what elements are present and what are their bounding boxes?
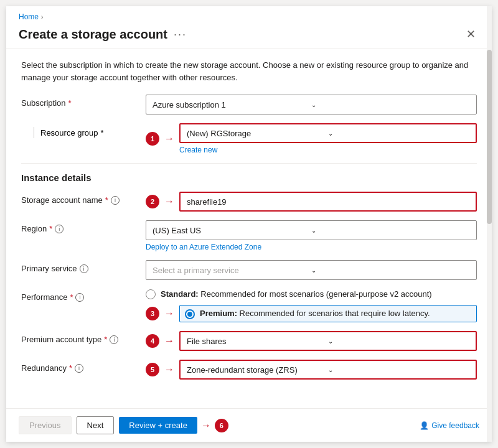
subscription-field-row: Subscription * Azure subscription 1 ⌄ — [21, 95, 477, 114]
panel-header: Create a storage account ··· ✕ — [6, 24, 492, 49]
redundancy-label: Redundancy * i — [21, 360, 146, 373]
region-dropdown[interactable]: (US) East US ⌄ — [146, 220, 477, 240]
storage-account-name-field-row: Storage account name * i 2 → — [21, 192, 477, 212]
performance-control: Standard: Recommended for most scenarios… — [146, 289, 477, 322]
feedback-link[interactable]: 👤 Give feedback — [420, 421, 479, 430]
badge-6: 6 — [215, 419, 228, 432]
close-button[interactable]: ✕ — [463, 26, 479, 42]
performance-label: Performance * i — [21, 289, 146, 302]
create-storage-panel: Home › Create a storage account ··· ✕ Se… — [6, 6, 492, 442]
next-button[interactable]: Next — [77, 416, 115, 434]
create-new-link[interactable]: Create new — [179, 146, 217, 154]
panel-menu-button[interactable]: ··· — [174, 28, 187, 41]
premium-account-type-required: * — [104, 335, 107, 344]
redundancy-required: * — [69, 363, 72, 373]
resource-group-field-row: Resource group * 1 → (New) RGStorage ⌄ C… — [21, 123, 477, 154]
redundancy-dropdown[interactable]: Zone-redundant storage (ZRS) ⌄ — [179, 360, 477, 380]
region-chevron-icon: ⌄ — [311, 227, 470, 234]
breadcrumb-home[interactable]: Home — [19, 12, 39, 21]
badge-1: 1 — [146, 132, 159, 146]
subscription-chevron-icon: ⌄ — [311, 101, 470, 108]
review-create-button[interactable]: Review + create — [119, 417, 197, 434]
region-value: (US) East US — [153, 226, 311, 235]
resource-group-label: Resource group — [40, 128, 98, 138]
performance-premium-text: Premium: Recommended for scenarios that … — [200, 308, 430, 319]
premium-account-type-value: File shares — [187, 337, 328, 346]
performance-premium-radio[interactable] — [185, 309, 195, 319]
panel-description: Select the subscription in which to crea… — [21, 59, 477, 83]
region-label: Region * i — [21, 220, 146, 233]
subscription-required: * — [68, 98, 72, 108]
redundancy-control: 5 → Zone-redundant storage (ZRS) ⌄ — [146, 360, 477, 380]
premium-account-type-dropdown[interactable]: File shares ⌄ — [179, 331, 477, 351]
primary-service-placeholder: Select a primary service — [153, 266, 311, 275]
performance-radio-group: Standard: Recommended for most scenarios… — [146, 289, 477, 322]
breadcrumb: Home › — [6, 6, 492, 24]
performance-required: * — [70, 292, 73, 302]
resource-group-value: (New) RGStorage — [187, 129, 328, 138]
redundancy-value: Zone-redundant storage (ZRS) — [187, 365, 328, 375]
azure-extended-zone-link[interactable]: Deploy to an Azure Extended Zone — [146, 243, 261, 251]
redundancy-field-row: Redundancy * i 5 → Zone-redundant storag… — [21, 360, 477, 380]
badge-4: 4 — [146, 334, 159, 348]
performance-field-row: Performance * i Standard: Recommended fo… — [21, 289, 477, 322]
arrow-1-icon: → — [164, 133, 174, 144]
arrow-3-icon: → — [164, 308, 174, 319]
arrow-5-icon: → — [164, 364, 174, 375]
separator-1 — [21, 163, 477, 164]
storage-account-name-control: 2 → — [146, 192, 477, 212]
resource-group-chevron-icon: ⌄ — [328, 130, 469, 137]
region-control: (US) East US ⌄ Deploy to an Azure Extend… — [146, 220, 477, 251]
badge-5: 5 — [146, 363, 159, 376]
primary-service-dropdown[interactable]: Select a primary service ⌄ — [146, 260, 477, 280]
resource-group-required: * — [101, 128, 104, 138]
instance-details-title: Instance details — [21, 172, 477, 183]
subscription-dropdown[interactable]: Azure subscription 1 ⌄ — [146, 95, 477, 114]
resource-group-dropdown[interactable]: (New) RGStorage ⌄ — [179, 123, 477, 143]
feedback-icon: 👤 — [420, 421, 429, 430]
scrollbar-thumb[interactable] — [487, 50, 492, 224]
resource-group-label-area: Resource group * — [21, 123, 146, 154]
primary-service-control: Select a primary service ⌄ — [146, 260, 477, 280]
primary-service-info-icon[interactable]: i — [80, 264, 88, 273]
performance-premium-option: Premium: Recommended for scenarios that … — [179, 305, 477, 322]
storage-name-required: * — [105, 195, 108, 205]
performance-standard-text: Standard: Recommended for most scenarios… — [161, 289, 432, 300]
badge-2: 2 — [146, 195, 159, 208]
arrow-4-icon: → — [164, 335, 174, 347]
redundancy-info-icon[interactable]: i — [75, 364, 83, 373]
primary-service-chevron-icon: ⌄ — [311, 267, 470, 274]
premium-account-type-field-row: Premium account type * i 4 → File shares… — [21, 331, 477, 351]
premium-account-type-control: 4 → File shares ⌄ — [146, 331, 477, 351]
storage-account-name-input[interactable] — [179, 192, 477, 212]
premium-account-type-label: Premium account type * i — [21, 331, 146, 344]
panel-body: Select the subscription in which to crea… — [6, 49, 492, 408]
subscription-value: Azure subscription 1 — [153, 100, 311, 110]
breadcrumb-chevron: › — [41, 14, 43, 21]
panel-footer: Previous Next Review + create → 6 👤 Give… — [6, 408, 492, 442]
redundancy-chevron-icon: ⌄ — [328, 366, 469, 373]
subscription-control: Azure subscription 1 ⌄ — [146, 95, 477, 114]
performance-info-icon[interactable]: i — [75, 293, 84, 302]
previous-button[interactable]: Previous — [19, 416, 72, 434]
subscription-label: Subscription * — [21, 95, 146, 108]
badge-3: 3 — [146, 307, 159, 320]
panel-title-row: Create a storage account ··· — [19, 27, 187, 42]
performance-standard-option: Standard: Recommended for most scenarios… — [146, 289, 477, 300]
resource-group-row-inner: 1 → (New) RGStorage ⌄ Create new — [146, 123, 477, 154]
scrollbar-track[interactable] — [487, 6, 492, 442]
premium-account-type-info-icon[interactable]: i — [110, 335, 118, 344]
feedback-label: Give feedback — [431, 421, 479, 430]
region-info-icon[interactable]: i — [55, 225, 63, 233]
arrow-6-icon: → — [201, 420, 211, 431]
performance-standard-radio[interactable] — [146, 289, 156, 299]
primary-service-label: Primary service i — [21, 260, 146, 273]
resource-group-control: 1 → (New) RGStorage ⌄ Create new — [146, 123, 477, 154]
region-required: * — [49, 224, 52, 233]
primary-service-field-row: Primary service i Select a primary servi… — [21, 260, 477, 280]
storage-account-name-label: Storage account name * i — [21, 192, 146, 205]
panel-title: Create a storage account — [19, 27, 167, 42]
storage-name-info-icon[interactable]: i — [111, 196, 120, 205]
region-field-row: Region * i (US) East US ⌄ Deploy to an A… — [21, 220, 477, 251]
footer-left-buttons: Previous Next Review + create → 6 — [19, 416, 228, 434]
